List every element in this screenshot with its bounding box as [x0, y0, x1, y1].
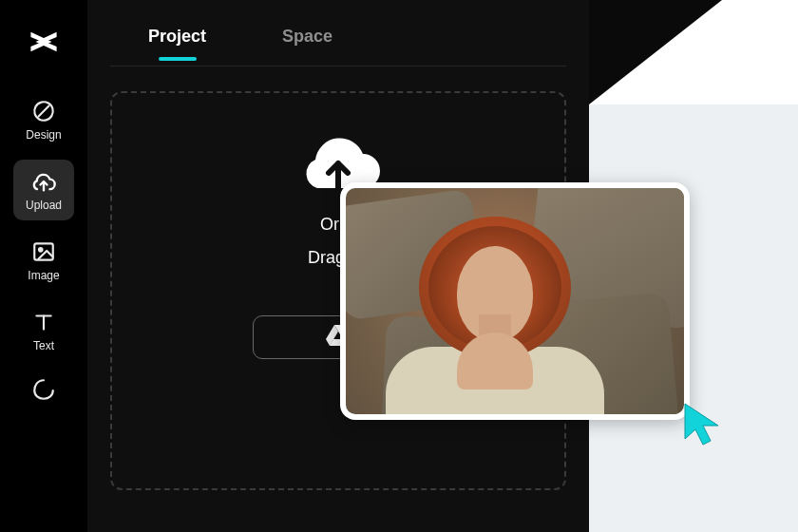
brush-icon	[30, 98, 57, 124]
image-icon	[30, 238, 57, 265]
tabs: Project Space	[110, 0, 566, 66]
dragged-photo-thumbnail[interactable]	[340, 182, 690, 420]
pointer-cursor-icon	[682, 401, 726, 452]
sidebar-item-label: Image	[28, 269, 59, 282]
svg-point-2	[39, 248, 42, 251]
sidebar-item-label: Upload	[26, 199, 62, 212]
photo-image	[346, 188, 684, 414]
sidebar-item-label: Text	[33, 339, 54, 352]
capcut-logo	[25, 23, 63, 61]
svg-rect-1	[34, 243, 53, 259]
logo-icon	[28, 26, 60, 58]
sidebar-item-label: Design	[26, 128, 61, 142]
sidebar-item-image[interactable]: Image	[13, 230, 74, 291]
cloud-upload-icon	[30, 168, 57, 195]
tab-project[interactable]: Project	[148, 27, 206, 60]
sidebar: Design Upload Image Text	[0, 0, 87, 532]
shape-icon	[30, 376, 57, 403]
sidebar-item-design[interactable]: Design	[13, 89, 74, 150]
sidebar-item-upload[interactable]: Upload	[13, 160, 74, 220]
text-icon	[30, 309, 57, 335]
sidebar-item-shape[interactable]	[13, 370, 74, 408]
tab-label: Space	[282, 27, 332, 46]
sidebar-item-text[interactable]: Text	[13, 300, 74, 361]
tab-space[interactable]: Space	[282, 27, 332, 60]
tab-label: Project	[148, 27, 206, 46]
